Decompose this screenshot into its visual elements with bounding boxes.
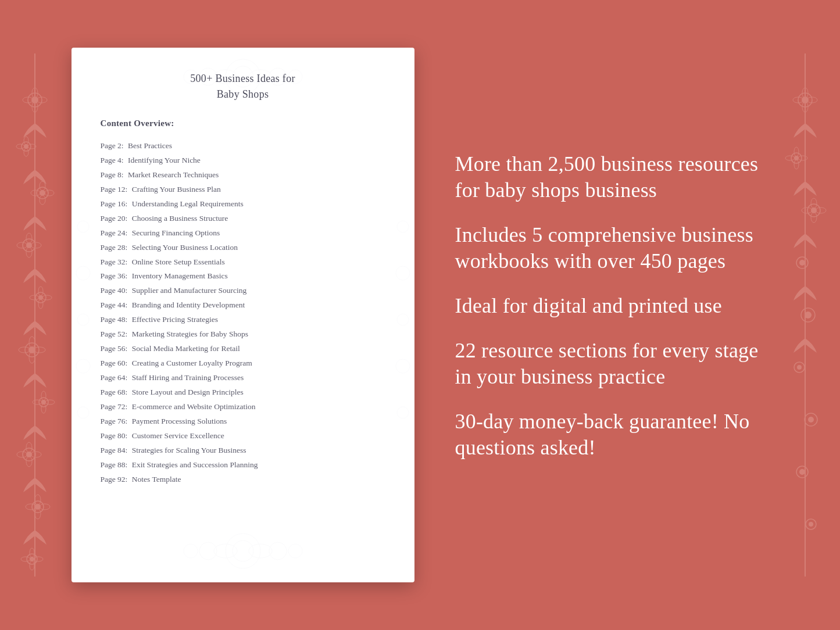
watermark-right <box>394 198 412 432</box>
svg-point-108 <box>77 221 89 232</box>
svg-point-116 <box>396 359 410 373</box>
svg-point-114 <box>396 266 410 280</box>
svg-point-100 <box>226 534 260 568</box>
toc-list: Page 2: Best PracticesPage 4: Identifyin… <box>101 139 385 487</box>
toc-item: Page 76: Payment Processing Solutions <box>101 414 385 429</box>
svg-point-115 <box>397 314 409 325</box>
svg-point-111 <box>76 359 90 373</box>
toc-item: Page 56: Social Media Marketing for Reta… <box>101 342 385 356</box>
toc-item: Page 52: Marketing Strategies for Baby S… <box>101 327 385 342</box>
document-title: 500+ Business Ideas for Baby Shops <box>101 71 385 102</box>
svg-point-112 <box>77 407 89 418</box>
watermark-bottom <box>156 528 330 577</box>
toc-item: Page 92: Notes Template <box>101 472 385 487</box>
feature-block-3: 22 resource sections for every stage in … <box>455 338 769 390</box>
toc-item: Page 16: Understanding Legal Requirement… <box>101 197 385 212</box>
toc-item: Page 2: Best Practices <box>101 139 385 153</box>
svg-point-113 <box>397 221 409 232</box>
main-content: 500+ Business Ideas for Baby Shops Conte… <box>0 0 840 630</box>
toc-item: Page 48: Effective Pricing Strategies <box>101 313 385 327</box>
feature-text-2: Ideal for digital and printed use <box>455 293 769 319</box>
feature-text-3: 22 resource sections for every stage in … <box>455 338 769 390</box>
feature-block-2: Ideal for digital and printed use <box>455 293 769 319</box>
toc-item: Page 4: Identifying Your Niche <box>101 153 385 168</box>
svg-point-109 <box>76 266 90 280</box>
svg-point-106 <box>184 544 198 558</box>
svg-point-107 <box>288 544 302 558</box>
toc-item: Page 88: Exit Strategies and Succession … <box>101 458 385 472</box>
toc-item: Page 72: E-commerce and Website Optimiza… <box>101 400 385 414</box>
document: 500+ Business Ideas for Baby Shops Conte… <box>72 48 414 582</box>
svg-point-105 <box>269 542 287 560</box>
feature-block-4: 30-day money-back guarantee! No question… <box>455 409 769 461</box>
right-panel: More than 2,500 business resources for b… <box>444 151 769 479</box>
toc-item: Page 84: Strategies for Scaling Your Bus… <box>101 443 385 458</box>
toc-item: Page 28: Selecting Your Business Locatio… <box>101 241 385 255</box>
toc-item: Page 24: Securing Financing Options <box>101 226 385 241</box>
toc-item: Page 32: Online Store Setup Essentials <box>101 255 385 270</box>
content-overview-label: Content Overview: <box>101 119 385 128</box>
toc-item: Page 64: Staff Hiring and Training Proce… <box>101 371 385 385</box>
feature-text-1: Includes 5 comprehensive business workbo… <box>455 222 769 274</box>
feature-text-0: More than 2,500 business resources for b… <box>455 151 769 203</box>
feature-block-0: More than 2,500 business resources for b… <box>455 151 769 203</box>
toc-item: Page 12: Crafting Your Business Plan <box>101 182 385 197</box>
toc-item: Page 60: Creating a Customer Loyalty Pro… <box>101 356 385 371</box>
toc-item: Page 80: Customer Service Excellence <box>101 429 385 443</box>
toc-item: Page 20: Choosing a Business Structure <box>101 212 385 226</box>
feature-block-1: Includes 5 comprehensive business workbo… <box>455 222 769 274</box>
svg-point-101 <box>233 540 253 561</box>
svg-point-117 <box>397 407 409 418</box>
feature-text-4: 30-day money-back guarantee! No question… <box>455 409 769 461</box>
toc-item: Page 8: Market Research Techniques <box>101 168 385 182</box>
toc-item: Page 40: Supplier and Manufacturer Sourc… <box>101 284 385 298</box>
toc-item: Page 44: Branding and Identity Developme… <box>101 298 385 313</box>
svg-point-110 <box>77 314 89 325</box>
toc-item: Page 68: Store Layout and Design Princip… <box>101 385 385 400</box>
svg-point-102 <box>214 544 237 558</box>
watermark-left <box>74 198 92 432</box>
toc-item: Page 36: Inventory Management Basics <box>101 269 385 284</box>
svg-point-103 <box>249 544 272 558</box>
svg-point-104 <box>199 542 217 560</box>
